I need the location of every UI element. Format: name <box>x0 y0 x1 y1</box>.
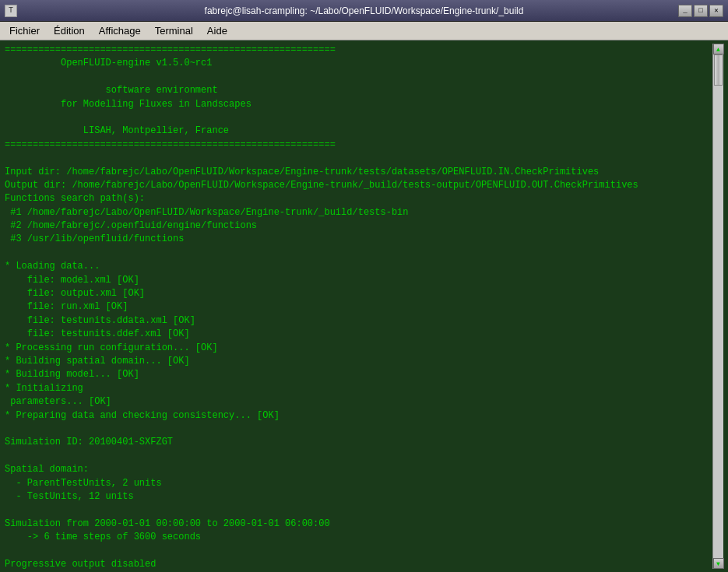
title-bar-title: fabrejc@lisah-crampling: ~/Labo/OpenFLUI… <box>0 5 728 16</box>
menu-terminal[interactable]: Terminal <box>149 23 199 38</box>
title-bar: T fabrejc@lisah-crampling: ~/Labo/OpenFL… <box>0 0 728 22</box>
scroll-down-button[interactable]: ▼ <box>713 558 724 569</box>
maximize-button[interactable]: □ <box>694 5 708 17</box>
menu-edition[interactable]: Édition <box>47 23 91 38</box>
title-bar-controls: _ □ ✕ <box>678 5 723 17</box>
menu-aide[interactable]: Aide <box>201 23 234 38</box>
menu-affichage[interactable]: Affichage <box>93 23 147 38</box>
scrollbar-thumb[interactable] <box>714 54 723 86</box>
minimize-button[interactable]: _ <box>678 5 692 17</box>
scrollbar-track[interactable] <box>713 54 723 558</box>
terminal-window: ========================================… <box>0 40 728 572</box>
menu-bar: Fichier Édition Affichage Terminal Aide <box>0 22 728 40</box>
title-bar-left: T <box>5 5 17 17</box>
scroll-up-button[interactable]: ▲ <box>713 44 724 54</box>
menu-fichier[interactable]: Fichier <box>3 23 46 38</box>
terminal-output: ========================================… <box>5 44 712 569</box>
terminal-icon: T <box>5 5 17 17</box>
scrollbar[interactable]: ▲ ▼ <box>712 44 723 569</box>
close-button[interactable]: ✕ <box>709 5 723 17</box>
